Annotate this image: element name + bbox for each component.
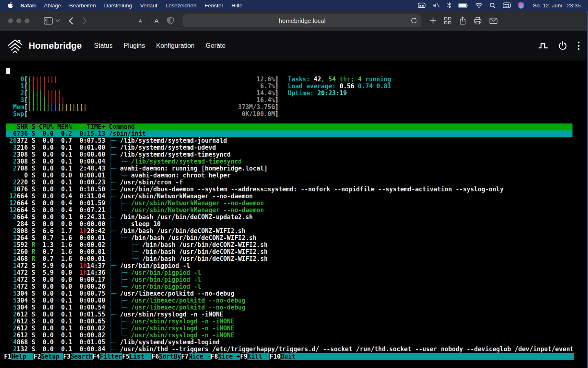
process-row[interactable]: 26372 S 0.0 0.7 0:07.53 ├─ /lib/systemd/… xyxy=(6,137,572,144)
new-tab-icon[interactable] xyxy=(430,17,437,24)
fnkey-f2[interactable]: F2Setup xyxy=(33,353,63,360)
zoom-window-button[interactable] xyxy=(24,18,29,23)
process-row[interactable]: 12664 S 0.0 0.4 0:07.21 │ └─ /usr/sbin/N… xyxy=(6,207,572,214)
process-row[interactable]: 2664 S 0.0 0.1 0:24.31 ├─ /bin/bash /usr… xyxy=(6,214,572,221)
process-row[interactable]: 2308 S 0.0 0.1 0:00.04 │ └─ /lib/systemd… xyxy=(6,158,572,165)
process-row[interactable]: 4868 S 0.0 0.1 0:01.05 ├─ /lib/systemd/s… xyxy=(6,339,572,346)
process-row[interactable]: 1472 S 0.0 0.0 0:00.26 │ └─ /usr/bin/pig… xyxy=(6,283,572,290)
terminal-cursor xyxy=(6,68,10,74)
menubar-item-fenster[interactable]: Fenster xyxy=(200,2,227,9)
menubar-clock[interactable]: So. 12. Juni 23:35 xyxy=(533,2,581,9)
process-row[interactable]: 2612 S 0.0 0.1 0:01.55 ├─ /usr/sbin/rsys… xyxy=(6,311,572,318)
wifi-icon[interactable] xyxy=(475,2,483,8)
menubar-item-ablage[interactable]: Ablage xyxy=(40,2,65,9)
address-bar[interactable]: homebridge.local xyxy=(183,14,421,27)
sidebar-icon[interactable] xyxy=(44,17,53,25)
process-row[interactable]: 1592 R 1.3 1.6 0:00.02 │ ├─ /bin/bash /u… xyxy=(6,242,572,249)
process-row[interactable]: 2220 S 0.0 0.1 0:00.23 ├─ /usr/sbin/cron… xyxy=(6,179,572,186)
fnkey-f6[interactable]: F6SortBy xyxy=(151,353,181,360)
privacy-shield-icon[interactable] xyxy=(167,17,174,25)
menubar-item-lesezeichen[interactable]: Lesezeichen xyxy=(161,2,200,9)
siri-icon[interactable] xyxy=(518,2,524,9)
forward-icon[interactable] xyxy=(82,17,87,25)
fnkey-f3[interactable]: F3Search xyxy=(63,353,93,360)
process-row[interactable]: 2808 S 6.6 1.7 1h20:42 ├─ /bin/bash /usr… xyxy=(6,228,572,235)
function-key-bar: F1Help F2Setup F3SearchF4FilterF5List F6… xyxy=(4,353,574,360)
fnkey-f5[interactable]: F5List xyxy=(122,353,151,360)
control-center-icon[interactable] xyxy=(503,2,511,8)
process-row[interactable]: 284 S 0.0 0.0 0:00.00 │ └─ sleep 10 xyxy=(6,221,572,228)
fnkey-f7[interactable]: F7Nice - xyxy=(181,353,211,360)
mail-icon[interactable] xyxy=(489,18,498,24)
process-row[interactable]: 1264 S 0.7 1.6 0:00.01 │ └─ /bin/bash /u… xyxy=(6,235,572,242)
process-row[interactable]: 12664 S 0.0 0.4 0:31.04 ├─ /usr/sbin/Net… xyxy=(6,193,572,200)
process-table-header[interactable]: SHR S CPU% MEM% TIME+ Command xyxy=(6,123,572,130)
volume-muted-icon[interactable] xyxy=(432,2,440,9)
process-row[interactable]: 2612 S 0.0 0.1 0:00.82 │ └─ /usr/sbin/rs… xyxy=(6,332,572,339)
process-row[interactable]: 12664 S 0.0 0.4 0:01.59 │ ├─ /usr/sbin/N… xyxy=(6,200,572,207)
fnkey-f1[interactable]: F1Help xyxy=(4,353,33,360)
process-row[interactable]: 2612 S 0.0 0.1 0:00.65 │ ├─ /usr/sbin/rs… xyxy=(6,318,572,325)
back-icon[interactable] xyxy=(69,17,73,25)
meter-1: 1[||||| 6.7%] xyxy=(6,83,278,90)
process-row[interactable]: 1472 S 5.9 0.0 1h14:36 │ ├─ /usr/bin/pig… xyxy=(6,269,572,276)
process-row[interactable]: 1260 R 0.7 1.6 0:00.01 │ ├─ /bin/bash /u… xyxy=(6,249,572,256)
spotlight-icon[interactable] xyxy=(490,2,496,9)
load-average-line: Load average: 0.56 0.74 0.81 xyxy=(288,83,391,90)
process-row[interactable]: 1472 S 5.9 0.0 1h14:37 ├─ /usr/bin/pigpi… xyxy=(6,263,572,269)
bluetooth-icon[interactable] xyxy=(447,2,451,9)
nav-item-plugins[interactable]: Plugins xyxy=(124,42,145,49)
macos-menubar: SafariAblageBearbeitenDarstellungVerlauf… xyxy=(0,0,588,11)
fnkey-f4[interactable]: F4Filter xyxy=(93,353,122,360)
process-row-selected[interactable]: 6736 S 0.0 0.2 0:15.13 /sbin/init xyxy=(6,130,572,137)
menubar-item-darstellung[interactable]: Darstellung xyxy=(100,2,136,9)
tab-overview-icon[interactable] xyxy=(444,17,452,25)
process-row[interactable]: 5304 S 0.0 0.1 0:00.75 ├─ /usr/libexec/p… xyxy=(6,290,572,297)
text-smaller-icon[interactable]: A xyxy=(139,18,142,23)
fnkey-f10[interactable]: F10Quit xyxy=(270,353,303,360)
fnkey-f9[interactable]: F9Kill xyxy=(240,353,270,360)
minimize-window-button[interactable] xyxy=(16,18,21,23)
menubar-item-bearbeiten[interactable]: Bearbeiten xyxy=(65,2,100,9)
process-table: SHR S CPU% MEM% TIME+ Command 6736 S 0.0… xyxy=(6,123,572,353)
display-icon[interactable] xyxy=(418,2,425,8)
menubar-item-safari[interactable]: Safari xyxy=(16,2,40,9)
reload-icon[interactable] xyxy=(411,17,417,24)
process-row[interactable]: 2132 S 0.0 0.1 0:00.84 ├─ /usr/sbin/thd … xyxy=(6,346,572,353)
process-row[interactable]: 1468 R 0.7 1.6 0:00.01 │ └─ /bin/bash /u… xyxy=(6,256,572,263)
uptime-line: Uptime: 20:23:19 xyxy=(288,90,391,97)
process-row[interactable]: 3076 S 0.0 0.1 0:10.50 ├─ /usr/bin/dbus-… xyxy=(6,186,572,193)
homebridge-title[interactable]: Homebridge xyxy=(29,40,82,51)
meter-3: 3[|||||||||| 16.4%] xyxy=(6,97,278,104)
text-larger-icon[interactable]: A xyxy=(154,17,158,24)
chevron-down-icon[interactable] xyxy=(56,19,60,22)
url-text: homebridge.local xyxy=(183,17,421,24)
nav-item-status[interactable]: Status xyxy=(94,42,112,49)
share-icon[interactable] xyxy=(459,16,466,25)
print-icon[interactable] xyxy=(474,17,482,25)
overflow-menu-icon[interactable] xyxy=(577,41,580,51)
process-row[interactable]: 2612 S 0.0 0.1 0:00.02 │ ├─ /usr/sbin/rs… xyxy=(6,325,572,332)
log-pulse-icon[interactable] xyxy=(538,42,548,50)
nav-item-geräte[interactable]: Geräte xyxy=(206,42,226,49)
process-row[interactable]: 5304 S 0.0 0.1 0:00.54 │ └─ /usr/libexec… xyxy=(6,304,572,311)
fnkey-f8[interactable]: F8Nice + xyxy=(211,353,240,360)
process-row[interactable]: 0 S 0.0 0.0 0:00.01 │ └─ avahi-daemon: c… xyxy=(6,172,572,179)
menubar-item-hilfe[interactable]: Hilfe xyxy=(227,2,247,9)
process-row[interactable]: 2708 S 0.0 0.1 2:48.43 ├─ avahi-daemon: … xyxy=(6,165,572,172)
cpu-memory-meters: 0[|||||||| 12.6%] 1[||||| 6.7%] 2[||||||… xyxy=(6,76,278,118)
process-row[interactable]: 2308 S 0.0 0.1 0:00.60 ├─ /lib/systemd/s… xyxy=(6,151,572,158)
process-row[interactable]: 5304 S 0.0 0.1 0:00.00 │ ├─ /usr/libexec… xyxy=(6,297,572,304)
menubar-items: SafariAblageBearbeitenDarstellungVerlauf… xyxy=(16,2,247,9)
htop-terminal[interactable]: 0[|||||||| 12.6%] 1[||||| 6.7%] 2[||||||… xyxy=(6,65,572,362)
battery-icon[interactable] xyxy=(458,3,468,8)
homebridge-logo-icon[interactable] xyxy=(7,37,24,54)
close-window-button[interactable] xyxy=(8,18,13,23)
process-row[interactable]: 1472 S 0.0 0.0 0:00.17 │ ├─ /usr/bin/pig… xyxy=(6,276,572,283)
nav-item-konfiguration[interactable]: Konfiguration xyxy=(156,42,194,49)
apple-menu-icon[interactable] xyxy=(6,2,16,9)
power-icon[interactable] xyxy=(558,41,568,51)
menubar-item-verlauf[interactable]: Verlauf xyxy=(136,2,161,9)
process-row[interactable]: 3216 S 0.0 0.1 0:01.00 ├─ /lib/systemd/s… xyxy=(6,144,572,151)
clock-date: So. 12. Juni xyxy=(533,2,562,9)
